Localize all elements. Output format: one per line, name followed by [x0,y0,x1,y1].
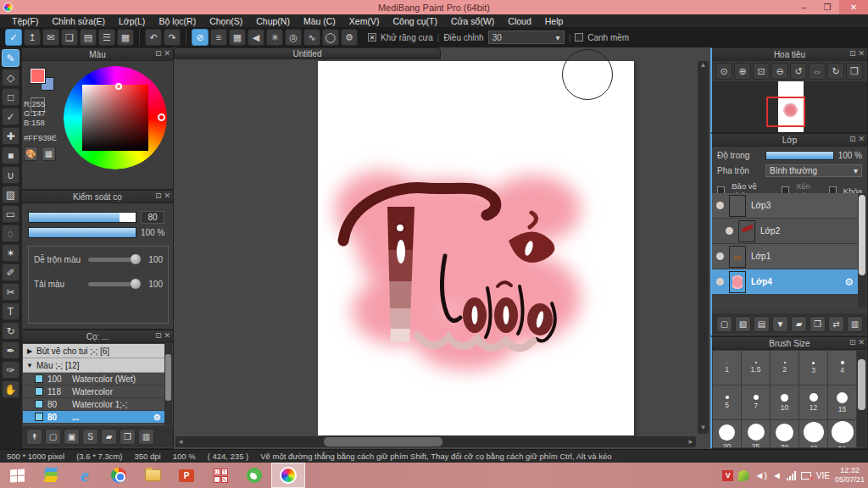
snap-parallel-icon[interactable]: ≡ [210,29,227,46]
menu-item-0[interactable]: Tệp(F) [5,16,46,26]
drawing-canvas[interactable] [318,61,634,435]
fit-width-icon[interactable]: ⇔ [809,63,826,80]
popout-icon[interactable]: ⊡ [155,191,162,200]
antialias-checkbox[interactable]: ✕ [368,33,376,42]
palette-icon[interactable]: 🎨 [24,147,38,161]
script-brush-icon[interactable]: S [82,429,98,445]
popout-icon[interactable]: ⊡ [155,49,162,58]
scroll-up-icon[interactable]: ▲ [698,61,709,71]
layer-folder-icon[interactable]: ▰ [791,316,807,332]
zoom-out-icon[interactable]: ⊖ [771,63,788,80]
brush-group-1[interactable]: ▼Màu ;-; [12] [23,358,164,373]
hand-tool[interactable]: ✋ [2,380,19,398]
menu-item-4[interactable]: Chọn(S) [203,16,249,26]
close-icon[interactable]: ✕ [164,331,170,340]
brush-size-1.5[interactable]: 1.5 [742,351,770,385]
minimize-button[interactable]: – [792,0,815,14]
menu-item-10[interactable]: Cloud [501,16,537,26]
undo-icon[interactable]: ↶ [145,29,162,46]
layer-opacity-slider[interactable] [765,151,834,160]
gear-icon[interactable]: ⚙ [844,276,854,288]
brush-size-scrollbar[interactable] [857,351,866,447]
bucket-tool[interactable]: ∪ [2,166,19,184]
taskbar-internet-explorer-icon[interactable]: e [68,463,102,488]
popout-icon[interactable]: ⊡ [849,338,856,347]
snap-grid-icon[interactable]: ▦ [229,29,246,46]
brush-size-25[interactable]: 25 [742,420,770,447]
canvas-vertical-scrollbar[interactable]: ▲ ▼ [698,61,709,434]
leaf-tray-icon[interactable] [738,470,749,481]
navigator-thumbnail[interactable] [712,81,867,132]
taskbar-bluestacks-icon[interactable] [34,463,68,488]
select-pen-tool[interactable]: ✐ [2,263,19,281]
popout-icon[interactable]: ⊡ [849,135,856,143]
brush-folder-icon[interactable]: ▰ [101,429,117,445]
canvas-horizontal-scrollbar[interactable]: ◄ ► [175,436,696,447]
menu-item-6[interactable]: Màu (C) [297,16,342,26]
navigator-view-rect[interactable] [766,97,805,127]
snap-circle-icon[interactable]: ◎ [285,29,302,46]
shape-brush-tool[interactable]: □ [2,88,19,106]
brush-size-value[interactable]: 80 [141,211,164,224]
brush-tool[interactable]: ✎ [2,49,19,67]
snap-off-icon[interactable]: ⊘ [192,29,209,46]
duplicate-layer-icon[interactable]: ❐ [810,316,826,332]
pen-tool[interactable]: ✒ [2,341,19,359]
brush-size-slider[interactable] [28,212,136,223]
foreground-color-swatch[interactable] [31,69,45,83]
gradient-tool[interactable]: ▧ [2,186,19,203]
eyedropper-tool[interactable]: ✑ [2,361,19,379]
brush-size-10[interactable]: 10 [771,385,798,419]
snap-settings-icon[interactable]: ⚙ [341,29,358,46]
brush-size-30[interactable]: 30 [771,420,798,447]
document-tab[interactable]: Untitled [174,47,441,59]
snap-radial-icon[interactable]: ✳ [266,29,283,46]
eraser-tool[interactable]: ◇ [2,69,19,86]
delete-layer-icon[interactable]: ▥ [847,316,863,332]
upload-brush-icon[interactable]: ↟ [26,429,42,445]
adjust-dropdown[interactable]: 30 ▾ [488,30,565,44]
rotate-left-icon[interactable]: ↺ [790,63,807,80]
grid-config-icon[interactable]: ▦ [117,29,134,46]
zoom-reset-icon[interactable]: ⊙ [715,63,732,80]
brush-size-4[interactable]: 4 [828,351,856,385]
menu-item-1[interactable]: Chỉnh sửa(E) [46,16,112,26]
brush-item-6[interactable]: 50Watercolor (Soft) [23,424,164,425]
menu-item-9[interactable]: Cửa sổ(W) [444,16,501,26]
lasso-tool[interactable]: ◌ [2,225,19,242]
speaker-icon[interactable]: ◄ [772,470,782,480]
flip-icon[interactable]: ❒ [846,63,863,80]
new-brush-icon[interactable]: ▢ [45,429,61,445]
move-tool[interactable]: ✚ [2,127,19,145]
layer-visibility-icon[interactable] [716,202,724,209]
select-tool[interactable]: ▭ [2,205,19,223]
brush-opacity-slider[interactable] [28,227,136,238]
layer-visibility-icon[interactable] [726,227,733,235]
select-eraser-tool[interactable]: ✂ [2,283,19,301]
taskbar-medibang-icon[interactable] [271,463,305,488]
snap-vanish-icon[interactable]: ◀ [248,29,264,46]
brush-size-5[interactable]: 5 [713,385,741,419]
menu-item-7[interactable]: Xem(V) [342,16,387,26]
brush-item-5[interactable]: 80...⚙ [23,411,164,424]
soft-edge-checkbox[interactable] [575,33,583,42]
close-icon[interactable]: ✕ [164,49,170,58]
close-icon[interactable]: ✕ [164,191,170,200]
new-8bit-layer-icon[interactable]: ▧ [735,316,751,332]
zoom-in-icon[interactable]: ⊕ [734,63,751,80]
delete-brush-icon[interactable]: ▥ [138,429,154,445]
sv-marker[interactable] [115,83,122,90]
menu-item-5[interactable]: Chụp(N) [249,16,297,26]
color-sets-icon[interactable]: ▦ [42,147,56,161]
layer-row-1[interactable]: Lớp2 [712,219,858,244]
comment-icon[interactable]: ✉ [42,29,59,46]
document-icon[interactable]: ▤ [80,29,97,46]
brush-item-4[interactable]: 80Watercolor 1;-; [23,398,164,411]
brush-size-20[interactable]: 20 [713,420,741,447]
settings-doc-icon[interactable]: ☰ [98,29,115,46]
brush-size-50[interactable]: 50 [828,420,856,447]
mix-slider[interactable] [88,258,139,262]
blend-mode-dropdown[interactable]: Bình thường ▾ [765,164,862,177]
snap-ellipse-icon[interactable]: ◯ [322,29,339,46]
scroll-down-icon[interactable]: ▼ [698,424,709,434]
